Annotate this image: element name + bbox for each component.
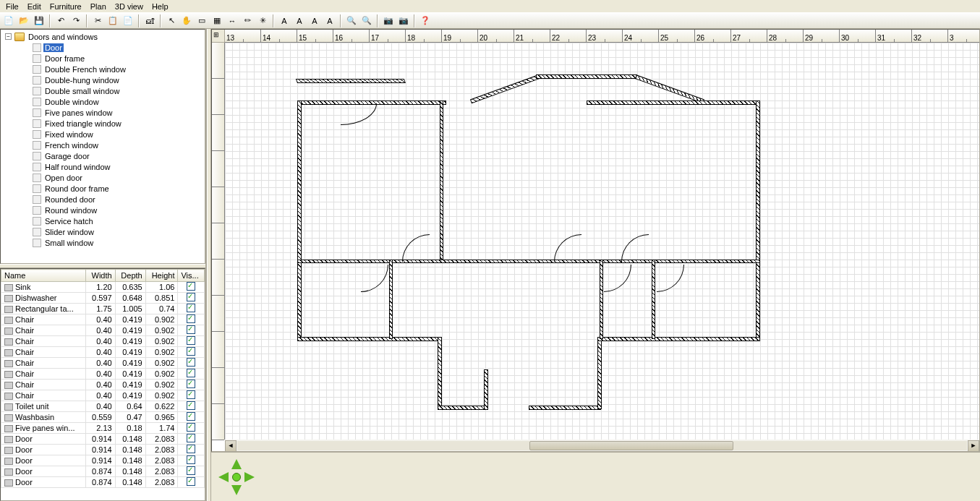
tree-item[interactable]: Fixed window bbox=[2, 129, 203, 140]
zoom-in-icon[interactable]: 🔍 bbox=[345, 14, 358, 27]
cell-visible[interactable] bbox=[178, 314, 205, 325]
cell-visible[interactable] bbox=[178, 390, 205, 401]
tree-root-node[interactable]: − Doors and windows bbox=[2, 31, 203, 42]
table-header[interactable]: Width bbox=[85, 270, 115, 282]
table-row[interactable]: Door0.9140.1482.083 bbox=[1, 434, 205, 445]
nav-center-icon[interactable] bbox=[232, 473, 241, 481]
cell-visible[interactable] bbox=[178, 466, 205, 477]
menu-help[interactable]: Help bbox=[148, 1, 173, 12]
table-row[interactable]: Five panes win...2.130.181.74 bbox=[1, 423, 205, 434]
menu-furniture[interactable]: Furniture bbox=[46, 1, 86, 12]
tree-item[interactable]: Double small window bbox=[2, 85, 203, 96]
cell-visible[interactable] bbox=[178, 293, 205, 304]
checkbox-icon[interactable] bbox=[187, 477, 195, 486]
text-small-icon[interactable]: A bbox=[293, 14, 306, 27]
cell-visible[interactable] bbox=[178, 304, 205, 314]
menu-file[interactable]: File bbox=[1, 1, 23, 12]
menu-edit[interactable]: Edit bbox=[23, 1, 46, 12]
menu-3d-view[interactable]: 3D view bbox=[111, 1, 148, 12]
tree-item[interactable]: Round window bbox=[2, 205, 203, 215]
cell-visible[interactable] bbox=[178, 445, 205, 455]
paste-icon[interactable]: 📄 bbox=[122, 14, 135, 27]
table-row[interactable]: Sink1.200.6351.06 bbox=[1, 282, 205, 293]
catalog-tree[interactable]: − Doors and windows DoorDoor frameDouble… bbox=[0, 29, 205, 264]
cell-visible[interactable] bbox=[178, 369, 205, 380]
cell-visible[interactable] bbox=[178, 401, 205, 412]
plan-scrollbar-horizontal[interactable]: ◄ ► bbox=[225, 440, 979, 451]
nav-up-icon[interactable] bbox=[231, 459, 242, 469]
checkbox-icon[interactable] bbox=[187, 380, 195, 388]
checkbox-icon[interactable] bbox=[187, 401, 195, 410]
tree-item[interactable]: Five panes window bbox=[2, 107, 203, 118]
bold-icon[interactable]: A bbox=[308, 14, 321, 27]
cell-visible[interactable] bbox=[178, 358, 205, 369]
table-row[interactable]: Chair0.400.4190.902 bbox=[1, 380, 205, 390]
tree-item[interactable]: Fixed triangle window bbox=[2, 118, 203, 129]
table-row[interactable]: Chair0.400.4190.902 bbox=[1, 336, 205, 347]
furniture-table-panel[interactable]: NameWidthDepthHeightVis... Sink1.200.635… bbox=[0, 268, 205, 501]
checkbox-icon[interactable] bbox=[187, 325, 195, 334]
plan-canvas[interactable]: ⊞ 13141516171819202122232425262728293031… bbox=[211, 29, 980, 452]
tree-item[interactable]: Round door frame bbox=[2, 183, 203, 194]
checkbox-icon[interactable] bbox=[187, 423, 195, 432]
cell-visible[interactable] bbox=[178, 282, 205, 293]
video-icon[interactable]: 📷 bbox=[397, 14, 410, 27]
table-row[interactable]: Rectangular ta...1.751.0050.74 bbox=[1, 304, 205, 314]
cell-visible[interactable] bbox=[178, 455, 205, 466]
tree-item[interactable]: Door frame bbox=[2, 53, 203, 64]
room-tool-icon[interactable]: ▦ bbox=[210, 14, 223, 27]
new-icon[interactable]: 📄 bbox=[2, 14, 15, 27]
tree-item[interactable]: Double window bbox=[2, 96, 203, 107]
photo-icon[interactable]: 📷 bbox=[382, 14, 395, 27]
italic-icon[interactable]: A bbox=[323, 14, 336, 27]
checkbox-icon[interactable] bbox=[187, 445, 195, 453]
table-header[interactable]: Height bbox=[145, 270, 178, 282]
scroll-right-icon[interactable]: ► bbox=[968, 440, 979, 452]
table-row[interactable]: Chair0.400.4190.902 bbox=[1, 314, 205, 325]
nav-left-icon[interactable] bbox=[218, 472, 229, 482]
checkbox-icon[interactable] bbox=[187, 304, 195, 312]
table-row[interactable]: Chair0.400.4190.902 bbox=[1, 390, 205, 401]
zoom-out-icon[interactable]: 🔍 bbox=[360, 14, 373, 27]
collapse-icon[interactable]: − bbox=[5, 33, 12, 40]
text-big-icon[interactable]: A bbox=[278, 14, 291, 27]
cell-visible[interactable] bbox=[178, 325, 205, 336]
redo-icon[interactable]: ↷ bbox=[69, 14, 82, 27]
table-row[interactable]: Washbasin0.5590.470.965 bbox=[1, 412, 205, 423]
checkbox-icon[interactable] bbox=[187, 314, 195, 323]
checkbox-icon[interactable] bbox=[187, 390, 195, 399]
cell-visible[interactable] bbox=[178, 477, 205, 488]
tree-item[interactable]: Door bbox=[2, 42, 203, 53]
nav-down-icon[interactable] bbox=[231, 485, 242, 495]
tree-item[interactable]: Service hatch bbox=[2, 215, 203, 226]
cell-visible[interactable] bbox=[178, 336, 205, 347]
cell-visible[interactable] bbox=[178, 412, 205, 423]
table-row[interactable]: Chair0.400.4190.902 bbox=[1, 325, 205, 336]
checkbox-icon[interactable] bbox=[187, 412, 195, 421]
checkbox-icon[interactable] bbox=[187, 369, 195, 377]
table-row[interactable]: Door0.8740.1482.083 bbox=[1, 466, 205, 477]
save-icon[interactable]: 💾 bbox=[33, 14, 46, 27]
nav-right-icon[interactable] bbox=[244, 472, 255, 482]
checkbox-icon[interactable] bbox=[187, 434, 195, 442]
tree-item[interactable]: Garage door bbox=[2, 150, 203, 161]
scroll-left-icon[interactable]: ◄ bbox=[225, 440, 237, 452]
cut-icon[interactable]: ✂ bbox=[91, 14, 104, 27]
table-row[interactable]: Door0.8740.1482.083 bbox=[1, 477, 205, 488]
tree-item[interactable]: Double-hung window bbox=[2, 74, 203, 85]
checkbox-icon[interactable] bbox=[187, 347, 195, 356]
tree-item[interactable]: Slider window bbox=[2, 226, 203, 237]
checkbox-icon[interactable] bbox=[187, 455, 195, 464]
table-header[interactable]: Vis... bbox=[178, 270, 205, 282]
open-icon[interactable]: 📂 bbox=[17, 14, 30, 27]
compass-icon[interactable]: ✳ bbox=[256, 14, 269, 27]
wall-tool-icon[interactable]: ▭ bbox=[195, 14, 208, 27]
pan-tool-icon[interactable]: ✋ bbox=[180, 14, 193, 27]
select-tool-icon[interactable]: ↖ bbox=[165, 14, 178, 27]
tree-item[interactable]: French window bbox=[2, 140, 203, 150]
table-header[interactable]: Name bbox=[1, 270, 86, 282]
tree-item[interactable]: Double French window bbox=[2, 64, 203, 74]
cell-visible[interactable] bbox=[178, 380, 205, 390]
table-row[interactable]: Chair0.400.4190.902 bbox=[1, 347, 205, 358]
checkbox-icon[interactable] bbox=[187, 466, 195, 475]
